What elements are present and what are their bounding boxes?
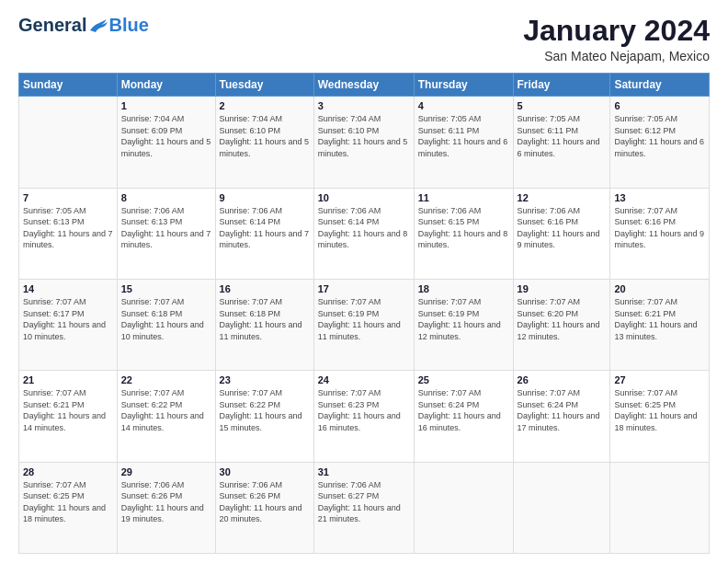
day-number: 27: [614, 374, 705, 385]
table-row: 14Sunrise: 7:07 AMSunset: 6:17 PMDayligh…: [19, 279, 118, 370]
table-row: 11Sunrise: 7:06 AMSunset: 6:15 PMDayligh…: [414, 188, 513, 279]
day-number: 22: [121, 374, 211, 385]
table-row: 19Sunrise: 7:07 AMSunset: 6:20 PMDayligh…: [513, 279, 610, 370]
day-info: Sunrise: 7:07 AMSunset: 6:25 PMDaylight:…: [614, 388, 697, 432]
page-header: General Blue January 2024 San Mateo Neja…: [18, 15, 710, 63]
logo: General Blue: [18, 15, 149, 36]
table-row: 9Sunrise: 7:06 AMSunset: 6:14 PMDaylight…: [215, 188, 313, 279]
table-row: 26Sunrise: 7:07 AMSunset: 6:24 PMDayligh…: [513, 371, 610, 462]
day-number: 8: [121, 192, 211, 203]
table-row: 4Sunrise: 7:05 AMSunset: 6:11 PMDaylight…: [414, 97, 513, 188]
day-info: Sunrise: 7:05 AMSunset: 6:12 PMDaylight:…: [614, 114, 704, 158]
col-saturday: Saturday: [610, 74, 710, 97]
table-row: 24Sunrise: 7:07 AMSunset: 6:23 PMDayligh…: [313, 371, 414, 462]
table-row: 1Sunrise: 7:04 AMSunset: 6:09 PMDaylight…: [117, 97, 215, 188]
day-info: Sunrise: 7:06 AMSunset: 6:14 PMDaylight:…: [220, 206, 310, 250]
table-row: [513, 462, 610, 553]
col-sunday: Sunday: [19, 74, 118, 97]
table-row: 15Sunrise: 7:07 AMSunset: 6:18 PMDayligh…: [117, 279, 215, 370]
day-info: Sunrise: 7:04 AMSunset: 6:10 PMDaylight:…: [220, 114, 310, 158]
day-info: Sunrise: 7:06 AMSunset: 6:26 PMDaylight:…: [121, 480, 204, 524]
day-number: 30: [220, 466, 310, 477]
day-info: Sunrise: 7:05 AMSunset: 6:11 PMDaylight:…: [418, 114, 508, 158]
day-number: 9: [220, 192, 310, 203]
table-row: 6Sunrise: 7:05 AMSunset: 6:12 PMDaylight…: [610, 97, 710, 188]
day-number: 28: [23, 466, 113, 477]
table-row: 28Sunrise: 7:07 AMSunset: 6:25 PMDayligh…: [19, 462, 118, 553]
logo-general: General: [18, 15, 86, 36]
day-info: Sunrise: 7:07 AMSunset: 6:24 PMDaylight:…: [418, 388, 501, 432]
day-info: Sunrise: 7:06 AMSunset: 6:13 PMDaylight:…: [121, 206, 211, 250]
day-info: Sunrise: 7:07 AMSunset: 6:24 PMDaylight:…: [518, 388, 600, 432]
table-row: 13Sunrise: 7:07 AMSunset: 6:16 PMDayligh…: [610, 188, 710, 279]
day-number: 7: [23, 192, 113, 203]
day-number: 15: [121, 283, 211, 294]
col-friday: Friday: [513, 74, 610, 97]
day-info: Sunrise: 7:06 AMSunset: 6:14 PMDaylight:…: [318, 206, 408, 250]
table-row: [19, 97, 118, 188]
day-number: 18: [418, 283, 509, 294]
table-row: [414, 462, 513, 553]
day-number: 13: [614, 192, 705, 203]
day-info: Sunrise: 7:07 AMSunset: 6:19 PMDaylight:…: [418, 297, 501, 341]
day-number: 25: [418, 374, 509, 385]
table-row: 7Sunrise: 7:05 AMSunset: 6:13 PMDaylight…: [19, 188, 118, 279]
table-row: 31Sunrise: 7:06 AMSunset: 6:27 PMDayligh…: [313, 462, 414, 553]
day-info: Sunrise: 7:07 AMSunset: 6:18 PMDaylight:…: [121, 297, 204, 341]
day-info: Sunrise: 7:06 AMSunset: 6:15 PMDaylight:…: [418, 206, 508, 250]
calendar-table: Sunday Monday Tuesday Wednesday Thursday…: [18, 73, 710, 554]
day-number: 17: [318, 283, 410, 294]
logo-blue: Blue: [108, 15, 148, 36]
day-number: 11: [418, 192, 509, 203]
table-row: [610, 462, 710, 553]
day-number: 2: [220, 100, 310, 111]
day-info: Sunrise: 7:07 AMSunset: 6:17 PMDaylight:…: [23, 297, 106, 341]
day-number: 14: [23, 283, 113, 294]
day-number: 29: [121, 466, 211, 477]
table-row: 23Sunrise: 7:07 AMSunset: 6:22 PMDayligh…: [215, 371, 313, 462]
day-info: Sunrise: 7:07 AMSunset: 6:23 PMDaylight:…: [318, 388, 401, 432]
location: San Mateo Nejapam, Mexico: [523, 49, 710, 63]
table-row: 17Sunrise: 7:07 AMSunset: 6:19 PMDayligh…: [313, 279, 414, 370]
day-info: Sunrise: 7:07 AMSunset: 6:20 PMDaylight:…: [518, 297, 600, 341]
table-row: 10Sunrise: 7:06 AMSunset: 6:14 PMDayligh…: [313, 188, 414, 279]
day-number: 16: [220, 283, 310, 294]
table-row: 5Sunrise: 7:05 AMSunset: 6:11 PMDaylight…: [513, 97, 610, 188]
table-row: 2Sunrise: 7:04 AMSunset: 6:10 PMDaylight…: [215, 97, 313, 188]
col-wednesday: Wednesday: [313, 74, 414, 97]
day-number: 24: [318, 374, 410, 385]
table-row: 3Sunrise: 7:04 AMSunset: 6:10 PMDaylight…: [313, 97, 414, 188]
table-row: 12Sunrise: 7:06 AMSunset: 6:16 PMDayligh…: [513, 188, 610, 279]
day-number: 19: [518, 283, 607, 294]
logo-bird-icon: [88, 17, 108, 34]
day-info: Sunrise: 7:04 AMSunset: 6:09 PMDaylight:…: [121, 114, 211, 158]
day-number: 4: [418, 100, 509, 111]
day-number: 5: [518, 100, 607, 111]
day-info: Sunrise: 7:07 AMSunset: 6:22 PMDaylight:…: [220, 388, 302, 432]
day-info: Sunrise: 7:06 AMSunset: 6:16 PMDaylight:…: [518, 206, 600, 250]
calendar-header-row: Sunday Monday Tuesday Wednesday Thursday…: [19, 74, 710, 97]
day-info: Sunrise: 7:06 AMSunset: 6:27 PMDaylight:…: [318, 480, 401, 524]
day-info: Sunrise: 7:07 AMSunset: 6:21 PMDaylight:…: [614, 297, 697, 341]
table-row: 27Sunrise: 7:07 AMSunset: 6:25 PMDayligh…: [610, 371, 710, 462]
day-info: Sunrise: 7:04 AMSunset: 6:10 PMDaylight:…: [318, 114, 408, 158]
table-row: 16Sunrise: 7:07 AMSunset: 6:18 PMDayligh…: [215, 279, 313, 370]
day-number: 12: [518, 192, 607, 203]
table-row: 29Sunrise: 7:06 AMSunset: 6:26 PMDayligh…: [117, 462, 215, 553]
day-info: Sunrise: 7:07 AMSunset: 6:18 PMDaylight:…: [220, 297, 302, 341]
day-number: 6: [614, 100, 705, 111]
table-row: 21Sunrise: 7:07 AMSunset: 6:21 PMDayligh…: [19, 371, 118, 462]
day-info: Sunrise: 7:07 AMSunset: 6:22 PMDaylight:…: [121, 388, 204, 432]
day-info: Sunrise: 7:06 AMSunset: 6:26 PMDaylight:…: [220, 480, 302, 524]
col-tuesday: Tuesday: [215, 74, 313, 97]
day-info: Sunrise: 7:07 AMSunset: 6:21 PMDaylight:…: [23, 388, 106, 432]
day-info: Sunrise: 7:07 AMSunset: 6:25 PMDaylight:…: [23, 480, 106, 524]
table-row: 25Sunrise: 7:07 AMSunset: 6:24 PMDayligh…: [414, 371, 513, 462]
title-section: January 2024 San Mateo Nejapam, Mexico: [523, 15, 710, 63]
day-number: 31: [318, 466, 410, 477]
day-number: 3: [318, 100, 410, 111]
col-monday: Monday: [117, 74, 215, 97]
col-thursday: Thursday: [414, 74, 513, 97]
table-row: 8Sunrise: 7:06 AMSunset: 6:13 PMDaylight…: [117, 188, 215, 279]
day-number: 1: [121, 100, 211, 111]
